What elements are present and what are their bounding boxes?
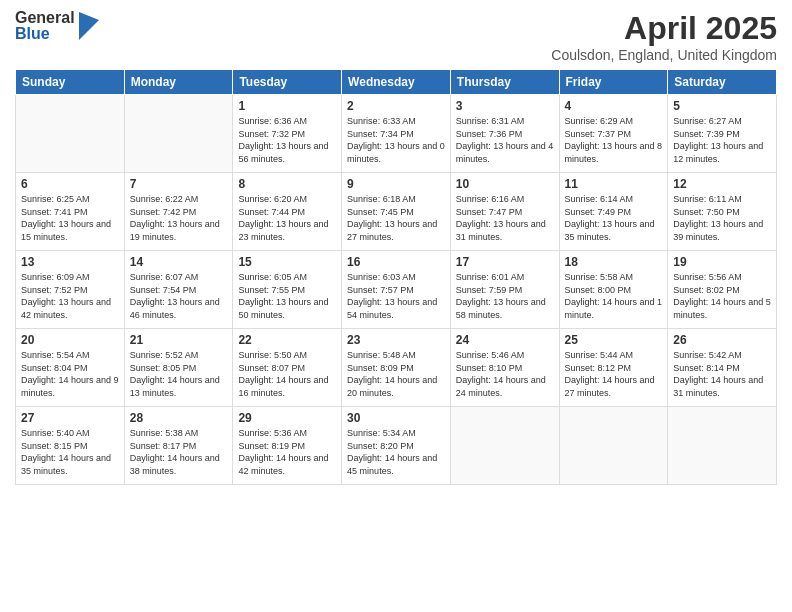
calendar-cell: 11Sunrise: 6:14 AMSunset: 7:49 PMDayligh… bbox=[559, 173, 668, 251]
logo: General Blue bbox=[15, 10, 99, 42]
day-info: Sunrise: 6:16 AMSunset: 7:47 PMDaylight:… bbox=[456, 193, 554, 243]
day-info: Sunrise: 6:29 AMSunset: 7:37 PMDaylight:… bbox=[565, 115, 663, 165]
calendar-cell: 13Sunrise: 6:09 AMSunset: 7:52 PMDayligh… bbox=[16, 251, 125, 329]
day-info: Sunrise: 6:18 AMSunset: 7:45 PMDaylight:… bbox=[347, 193, 445, 243]
subtitle: Coulsdon, England, United Kingdom bbox=[551, 47, 777, 63]
calendar-cell bbox=[450, 407, 559, 485]
day-header-tuesday: Tuesday bbox=[233, 70, 342, 95]
day-number: 11 bbox=[565, 177, 663, 191]
calendar-cell: 22Sunrise: 5:50 AMSunset: 8:07 PMDayligh… bbox=[233, 329, 342, 407]
page: General Blue April 2025 Coulsdon, Englan… bbox=[0, 0, 792, 612]
day-number: 1 bbox=[238, 99, 336, 113]
logo-blue: Blue bbox=[15, 26, 75, 42]
day-info: Sunrise: 5:54 AMSunset: 8:04 PMDaylight:… bbox=[21, 349, 119, 399]
calendar-cell: 23Sunrise: 5:48 AMSunset: 8:09 PMDayligh… bbox=[342, 329, 451, 407]
title-block: April 2025 Coulsdon, England, United Kin… bbox=[551, 10, 777, 63]
logo-general: General bbox=[15, 10, 75, 26]
day-info: Sunrise: 5:38 AMSunset: 8:17 PMDaylight:… bbox=[130, 427, 228, 477]
day-info: Sunrise: 5:46 AMSunset: 8:10 PMDaylight:… bbox=[456, 349, 554, 399]
calendar-cell: 10Sunrise: 6:16 AMSunset: 7:47 PMDayligh… bbox=[450, 173, 559, 251]
calendar-cell: 1Sunrise: 6:36 AMSunset: 7:32 PMDaylight… bbox=[233, 95, 342, 173]
month-title: April 2025 bbox=[551, 10, 777, 47]
calendar-cell: 8Sunrise: 6:20 AMSunset: 7:44 PMDaylight… bbox=[233, 173, 342, 251]
calendar-cell: 26Sunrise: 5:42 AMSunset: 8:14 PMDayligh… bbox=[668, 329, 777, 407]
day-info: Sunrise: 6:09 AMSunset: 7:52 PMDaylight:… bbox=[21, 271, 119, 321]
header-row: SundayMondayTuesdayWednesdayThursdayFrid… bbox=[16, 70, 777, 95]
logo-text: General Blue bbox=[15, 10, 75, 42]
day-info: Sunrise: 5:56 AMSunset: 8:02 PMDaylight:… bbox=[673, 271, 771, 321]
day-number: 19 bbox=[673, 255, 771, 269]
day-number: 13 bbox=[21, 255, 119, 269]
calendar-cell: 15Sunrise: 6:05 AMSunset: 7:55 PMDayligh… bbox=[233, 251, 342, 329]
calendar-cell bbox=[124, 95, 233, 173]
header: General Blue April 2025 Coulsdon, Englan… bbox=[15, 10, 777, 63]
day-number: 18 bbox=[565, 255, 663, 269]
day-info: Sunrise: 6:22 AMSunset: 7:42 PMDaylight:… bbox=[130, 193, 228, 243]
calendar-cell: 29Sunrise: 5:36 AMSunset: 8:19 PMDayligh… bbox=[233, 407, 342, 485]
calendar-cell: 3Sunrise: 6:31 AMSunset: 7:36 PMDaylight… bbox=[450, 95, 559, 173]
week-row-0: 1Sunrise: 6:36 AMSunset: 7:32 PMDaylight… bbox=[16, 95, 777, 173]
day-header-friday: Friday bbox=[559, 70, 668, 95]
calendar-cell: 30Sunrise: 5:34 AMSunset: 8:20 PMDayligh… bbox=[342, 407, 451, 485]
calendar-cell: 9Sunrise: 6:18 AMSunset: 7:45 PMDaylight… bbox=[342, 173, 451, 251]
day-number: 14 bbox=[130, 255, 228, 269]
calendar-cell: 20Sunrise: 5:54 AMSunset: 8:04 PMDayligh… bbox=[16, 329, 125, 407]
day-info: Sunrise: 5:58 AMSunset: 8:00 PMDaylight:… bbox=[565, 271, 663, 321]
calendar-cell: 17Sunrise: 6:01 AMSunset: 7:59 PMDayligh… bbox=[450, 251, 559, 329]
calendar-cell: 6Sunrise: 6:25 AMSunset: 7:41 PMDaylight… bbox=[16, 173, 125, 251]
day-number: 10 bbox=[456, 177, 554, 191]
calendar-cell: 14Sunrise: 6:07 AMSunset: 7:54 PMDayligh… bbox=[124, 251, 233, 329]
day-info: Sunrise: 6:25 AMSunset: 7:41 PMDaylight:… bbox=[21, 193, 119, 243]
day-number: 29 bbox=[238, 411, 336, 425]
calendar-cell: 12Sunrise: 6:11 AMSunset: 7:50 PMDayligh… bbox=[668, 173, 777, 251]
calendar-cell: 4Sunrise: 6:29 AMSunset: 7:37 PMDaylight… bbox=[559, 95, 668, 173]
day-info: Sunrise: 6:01 AMSunset: 7:59 PMDaylight:… bbox=[456, 271, 554, 321]
day-info: Sunrise: 5:36 AMSunset: 8:19 PMDaylight:… bbox=[238, 427, 336, 477]
day-header-saturday: Saturday bbox=[668, 70, 777, 95]
day-header-monday: Monday bbox=[124, 70, 233, 95]
calendar-cell: 2Sunrise: 6:33 AMSunset: 7:34 PMDaylight… bbox=[342, 95, 451, 173]
calendar-cell: 19Sunrise: 5:56 AMSunset: 8:02 PMDayligh… bbox=[668, 251, 777, 329]
calendar-cell: 16Sunrise: 6:03 AMSunset: 7:57 PMDayligh… bbox=[342, 251, 451, 329]
calendar-table: SundayMondayTuesdayWednesdayThursdayFrid… bbox=[15, 69, 777, 485]
day-info: Sunrise: 5:40 AMSunset: 8:15 PMDaylight:… bbox=[21, 427, 119, 477]
day-number: 30 bbox=[347, 411, 445, 425]
day-info: Sunrise: 6:11 AMSunset: 7:50 PMDaylight:… bbox=[673, 193, 771, 243]
week-row-4: 27Sunrise: 5:40 AMSunset: 8:15 PMDayligh… bbox=[16, 407, 777, 485]
day-info: Sunrise: 6:14 AMSunset: 7:49 PMDaylight:… bbox=[565, 193, 663, 243]
calendar-cell bbox=[16, 95, 125, 173]
day-number: 24 bbox=[456, 333, 554, 347]
day-number: 15 bbox=[238, 255, 336, 269]
day-number: 2 bbox=[347, 99, 445, 113]
day-number: 22 bbox=[238, 333, 336, 347]
week-row-1: 6Sunrise: 6:25 AMSunset: 7:41 PMDaylight… bbox=[16, 173, 777, 251]
day-info: Sunrise: 6:03 AMSunset: 7:57 PMDaylight:… bbox=[347, 271, 445, 321]
calendar-cell: 28Sunrise: 5:38 AMSunset: 8:17 PMDayligh… bbox=[124, 407, 233, 485]
day-number: 12 bbox=[673, 177, 771, 191]
day-number: 16 bbox=[347, 255, 445, 269]
day-info: Sunrise: 6:36 AMSunset: 7:32 PMDaylight:… bbox=[238, 115, 336, 165]
day-info: Sunrise: 6:33 AMSunset: 7:34 PMDaylight:… bbox=[347, 115, 445, 165]
day-info: Sunrise: 5:52 AMSunset: 8:05 PMDaylight:… bbox=[130, 349, 228, 399]
calendar-cell bbox=[559, 407, 668, 485]
day-number: 27 bbox=[21, 411, 119, 425]
day-info: Sunrise: 5:42 AMSunset: 8:14 PMDaylight:… bbox=[673, 349, 771, 399]
day-info: Sunrise: 6:05 AMSunset: 7:55 PMDaylight:… bbox=[238, 271, 336, 321]
day-number: 7 bbox=[130, 177, 228, 191]
calendar-cell: 21Sunrise: 5:52 AMSunset: 8:05 PMDayligh… bbox=[124, 329, 233, 407]
day-info: Sunrise: 5:48 AMSunset: 8:09 PMDaylight:… bbox=[347, 349, 445, 399]
day-number: 8 bbox=[238, 177, 336, 191]
day-info: Sunrise: 6:27 AMSunset: 7:39 PMDaylight:… bbox=[673, 115, 771, 165]
day-info: Sunrise: 5:34 AMSunset: 8:20 PMDaylight:… bbox=[347, 427, 445, 477]
logo-icon bbox=[79, 12, 99, 40]
day-number: 23 bbox=[347, 333, 445, 347]
calendar-cell: 27Sunrise: 5:40 AMSunset: 8:15 PMDayligh… bbox=[16, 407, 125, 485]
calendar-cell: 25Sunrise: 5:44 AMSunset: 8:12 PMDayligh… bbox=[559, 329, 668, 407]
day-number: 5 bbox=[673, 99, 771, 113]
day-number: 17 bbox=[456, 255, 554, 269]
day-info: Sunrise: 6:31 AMSunset: 7:36 PMDaylight:… bbox=[456, 115, 554, 165]
calendar-cell: 18Sunrise: 5:58 AMSunset: 8:00 PMDayligh… bbox=[559, 251, 668, 329]
week-row-2: 13Sunrise: 6:09 AMSunset: 7:52 PMDayligh… bbox=[16, 251, 777, 329]
day-header-wednesday: Wednesday bbox=[342, 70, 451, 95]
day-number: 28 bbox=[130, 411, 228, 425]
